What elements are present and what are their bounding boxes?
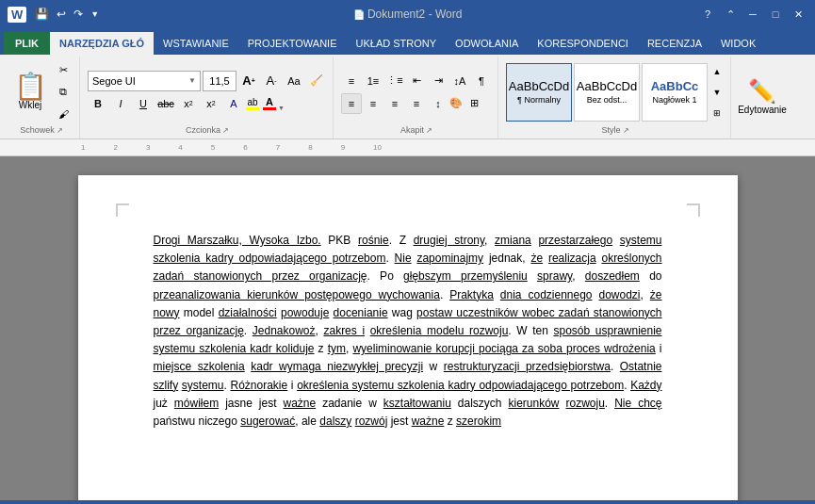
font-row-1: Segoe UI ▼ 11,5 A+ A- Aa 🧹	[88, 71, 327, 91]
style-normal-preview: AaBbCcDd	[509, 79, 569, 93]
document-content[interactable]: Drogi Marszałku, Wysoka Izbo. PKB rośnie…	[154, 232, 662, 431]
sort-btn[interactable]: ↕A	[449, 71, 470, 91]
paste-button[interactable]: 📋 Wklej	[9, 65, 51, 120]
align-left-btn[interactable]: ≡	[341, 93, 362, 114]
style-scroll-down-btn[interactable]: ▼	[709, 83, 725, 102]
shading-btn-wrap[interactable]: 🎨	[449, 97, 463, 109]
align-right-btn[interactable]: ≡	[384, 93, 405, 114]
editing-icon: ✏️	[748, 78, 776, 105]
customize-quick-btn[interactable]: ▼	[88, 8, 102, 21]
font-size-decrease-btn[interactable]: A-	[261, 71, 282, 91]
para-row-1: ≡ 1≡ ⋮≡ ⇤ ⇥ ↕A ¶	[341, 71, 492, 91]
subscript-button[interactable]: x2	[178, 93, 199, 114]
font-content: Segoe UI ▼ 11,5 A+ A- Aa 🧹 B I U abc	[88, 58, 327, 125]
increase-indent-btn[interactable]: ⇥	[428, 71, 448, 91]
style-heading1[interactable]: AaBbCc Nagłówek 1	[642, 63, 708, 122]
title-bar: W 💾 ↩ ↷ ▼ 📄 Dokument2 - Word ? ⌃ ─ □ ✕	[0, 0, 815, 28]
style-heading1-label: Nagłówek 1	[652, 95, 696, 105]
change-case-btn[interactable]: Aa	[284, 71, 304, 91]
border-btn[interactable]: ⊞	[464, 93, 484, 114]
tab-korespondencja[interactable]: KORESPONDENCI	[528, 32, 638, 55]
styles-expand-icon[interactable]: ↗	[623, 126, 629, 135]
style-no-spacing-label: Bez odst...	[587, 95, 628, 105]
decrease-indent-btn[interactable]: ⇤	[406, 71, 427, 91]
font-color-arrow[interactable]: ▼	[278, 105, 285, 111]
paragraph-label: Akapit ↗	[341, 125, 492, 137]
style-normal[interactable]: AaBbCcDd ¶ Normalny	[506, 63, 572, 122]
bullets-btn[interactable]: ≡	[341, 71, 362, 91]
style-no-spacing-preview: AaBbCcDd	[577, 79, 637, 93]
multilevel-btn[interactable]: ⋮≡	[384, 71, 405, 91]
window-controls: ? ⌃ ─ □ ✕	[698, 5, 807, 24]
font-expand-icon[interactable]: ↗	[222, 126, 229, 135]
font-size-increase-btn[interactable]: A+	[238, 71, 259, 91]
close-btn[interactable]: ✕	[789, 5, 807, 24]
text-effects-btn[interactable]: A	[223, 93, 244, 114]
strikethrough-button[interactable]: abc	[155, 93, 176, 114]
font-name-dropdown[interactable]: Segoe UI ▼	[88, 71, 201, 91]
corner-tr	[687, 203, 700, 217]
show-formatting-btn[interactable]: ¶	[471, 71, 492, 91]
paste-label: Wklej	[19, 100, 41, 110]
tab-widok[interactable]: WIDOK	[711, 32, 765, 55]
font-color-bar	[263, 107, 276, 110]
editing-button[interactable]: ✏️ Edytowanie	[739, 70, 786, 124]
justify-btn[interactable]: ≡	[406, 93, 427, 114]
quick-access-toolbar: 💾 ↩ ↷ ▼	[32, 6, 102, 23]
title-left: W 💾 ↩ ↷ ▼	[8, 6, 102, 23]
document-area[interactable]: Drogi Marszałku, Wysoka Izbo. PKB rośnie…	[0, 156, 815, 500]
styles-content: AaBbCcDd ¶ Normalny AaBbCcDd Bez odst...…	[506, 58, 725, 125]
font-name-arrow: ▼	[188, 76, 196, 85]
ribbon-toggle-btn[interactable]: ⌃	[721, 5, 740, 24]
help-button[interactable]: ?	[698, 5, 717, 24]
para-row-2: ≡ ≡ ≡ ≡ ↕ 🎨 ⊞	[341, 93, 492, 114]
tab-recenzja[interactable]: RECENZJA	[638, 32, 711, 55]
style-more-btn[interactable]: ⊞	[709, 104, 725, 122]
font-color-btn-wrap[interactable]: A	[263, 96, 276, 110]
ruler-marks: 1 2 3 4 5 6 7 8 9 10	[6, 143, 815, 152]
tab-plik[interactable]: PLIK	[4, 32, 50, 55]
ruler: 1 2 3 4 5 6 7 8 9 10	[0, 139, 815, 156]
minimize-btn[interactable]: ─	[743, 5, 762, 24]
font-color-icon: A	[266, 96, 273, 107]
editing-group: ✏️ Edytowanie	[733, 57, 791, 138]
undo-quick-btn[interactable]: ↩	[54, 6, 69, 23]
word-icon: W	[8, 7, 26, 23]
ribbon: 📋 Wklej ✂ ⧉ 🖌 Schowek ↗ Segoe UI ▼	[0, 55, 815, 139]
clipboard-group: 📋 Wklej ✂ ⧉ 🖌 Schowek ↗	[4, 57, 80, 138]
styles-gallery: AaBbCcDd ¶ Normalny AaBbCcDd Bez odst...…	[506, 62, 725, 122]
cut-button[interactable]: ✂	[53, 60, 73, 81]
clear-format-btn[interactable]: 🧹	[306, 71, 327, 91]
status-bar: STRONA 1 Z 2 WYRAZY: 720 ANGIELSKI (STAN…	[0, 500, 815, 504]
editing-content: ✏️ Edytowanie	[739, 58, 786, 135]
superscript-button[interactable]: x2	[201, 93, 221, 114]
maximize-btn[interactable]: □	[766, 5, 785, 24]
paste-icon: 📋	[14, 73, 47, 100]
clipboard-expand-icon[interactable]: ↗	[57, 126, 63, 135]
align-center-btn[interactable]: ≡	[363, 93, 383, 114]
font-controls: Segoe UI ▼ 11,5 A+ A- Aa 🧹 B I U abc	[88, 71, 327, 114]
styles-group: AaBbCcDd ¶ Normalny AaBbCcDd Bez odst...…	[500, 57, 731, 138]
redo-quick-btn[interactable]: ↷	[71, 6, 86, 23]
tab-wstawianie[interactable]: WSTAWIANIE	[154, 32, 238, 55]
paragraph-expand-icon[interactable]: ↗	[426, 126, 432, 135]
tab-odwolania[interactable]: ODWOŁANIA	[446, 32, 528, 55]
font-size-input[interactable]: 11,5	[203, 71, 236, 91]
tab-projektowanie[interactable]: PROJEKTOWANIE	[238, 32, 347, 55]
numbering-btn[interactable]: 1≡	[363, 71, 383, 91]
copy-button[interactable]: ⧉	[53, 82, 73, 103]
save-quick-btn[interactable]: 💾	[32, 6, 52, 23]
bold-button[interactable]: B	[88, 93, 108, 114]
font-label: Czcionka ↗	[88, 125, 327, 137]
paragraph-group: ≡ 1≡ ⋮≡ ⇤ ⇥ ↕A ¶ ≡ ≡ ≡ ≡ ↕ 🎨	[335, 57, 498, 138]
style-scroll-up-btn[interactable]: ▲	[709, 62, 725, 81]
tab-uklad[interactable]: UKŁAD STRONY	[347, 32, 447, 55]
style-no-spacing[interactable]: AaBbCcDd Bez odst...	[574, 63, 640, 122]
line-spacing-btn[interactable]: ↕	[428, 93, 448, 114]
italic-button[interactable]: I	[110, 93, 131, 114]
underline-button[interactable]: U	[133, 93, 154, 114]
format-painter-button[interactable]: 🖌	[53, 104, 73, 124]
style-normal-label: ¶ Normalny	[517, 95, 561, 105]
highlight-btn-wrap[interactable]: ab	[246, 97, 259, 110]
tab-narzedzia[interactable]: NARZĘDZIA GŁÓ	[50, 32, 154, 55]
